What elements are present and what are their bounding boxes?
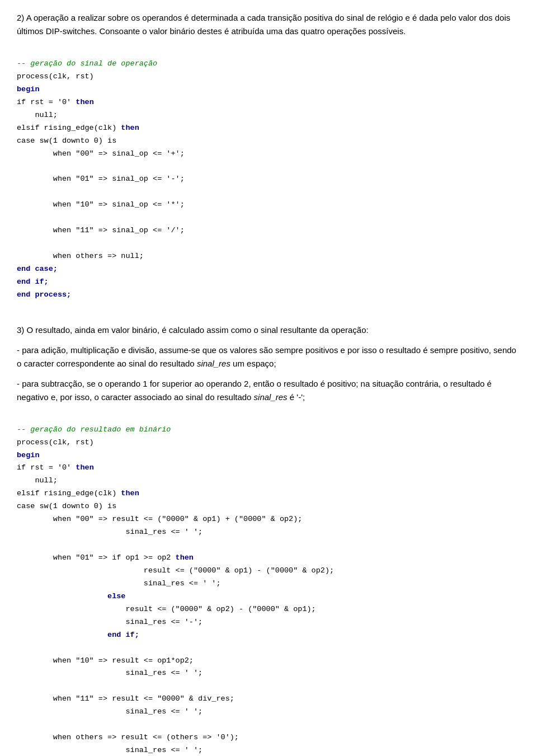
code-line-case2: case sw(1 downto 0) is — [17, 502, 116, 510]
code-line-process1: process(clk, rst) — [17, 72, 94, 81]
code-line-res-sinalothers: sinal_res <= ' '; — [17, 746, 202, 754]
code-line-when00: when "00" => sinal_op <= '+'; — [17, 149, 185, 158]
code-comment-1: -- geração do sinal de operação — [17, 59, 157, 68]
code-line-res-when01: when "01" => if op1 >= op2 then — [17, 553, 194, 562]
code-kw-endprocess1: end process; — [17, 290, 71, 299]
section3-italic2: sinal_res — [254, 392, 288, 402]
code-line-when11: when "11" => sinal_op <= '/'; — [17, 226, 185, 234]
code-line-when10: when "10" => sinal_op <= '*'; — [17, 200, 185, 209]
code-block-1: -- geração do sinal de operação process(… — [17, 45, 520, 314]
section3-text3: um espaço; — [233, 359, 276, 368]
code-line-res-sinal01b: sinal_res <= '-'; — [17, 618, 202, 626]
section3-line2: - para adição, multiplicação e divisão, … — [17, 344, 520, 370]
code-line-if1: if rst = '0' then — [17, 98, 94, 106]
page-content: 2) A operação a realizar sobre os operan… — [17, 11, 520, 756]
code-block-2: -- geração do resultado em binário proce… — [17, 411, 520, 756]
code-line-null2: null; — [17, 476, 58, 485]
code-line-res-sinal01a: sinal_res <= ' '; — [17, 579, 221, 588]
code-line-res-when11: when "11" => result <= "0000" & div_res; — [17, 694, 234, 703]
code-kw-begin1: begin — [17, 85, 40, 93]
code-line-res-when00: when "00" => result <= ("0000" & op1) + … — [17, 515, 302, 523]
code-line-res-sinal11: sinal_res <= ' '; — [17, 707, 202, 716]
code-line-res-sinal10: sinal_res <= ' '; — [17, 669, 202, 677]
code-line-if2: if rst = '0' then — [17, 463, 94, 472]
code-line-res-when10: when "10" => result <= op1*op2; — [17, 656, 194, 665]
section3-text5: é '-'; — [290, 392, 305, 402]
code-line-case1: case sw(1 downto 0) is — [17, 137, 116, 145]
section3-italic1: sinal_res — [197, 359, 230, 368]
section3-line3: - para subtracção, se o operando 1 for s… — [17, 377, 520, 404]
code-line-when01: when "01" => sinal_op <= '-'; — [17, 175, 185, 183]
code-line-whenothers: when others => null; — [17, 252, 144, 260]
code-kw-endcase1: end case; — [17, 265, 58, 273]
code-comment-2: -- geração do resultado em binário — [17, 425, 171, 434]
code-line-res-sinal00: sinal_res <= ' '; — [17, 528, 202, 536]
code-kw-else: else — [17, 592, 125, 600]
code-kw-endif1: end if; — [17, 278, 49, 286]
code-line-res-result01a: result <= ("0000" & op1) - ("0000" & op2… — [17, 566, 334, 575]
code-kw-endif2: end if; — [17, 631, 139, 639]
code-line-null1: null; — [17, 111, 58, 119]
intro-paragraph: 2) A operação a realizar sobre os operan… — [17, 11, 520, 38]
code-line-res-result01b: result <= ("0000" & op2) - ("0000" & op1… — [17, 605, 316, 613]
code-kw-begin2: begin — [17, 451, 40, 459]
section3-line1: 3) O resultado, ainda em valor binário, … — [17, 323, 520, 337]
code-line-elsif1: elsif rising_edge(clk) then — [17, 124, 139, 132]
code-line-process2: process(clk, rst) — [17, 438, 94, 447]
code-line-elsif2: elsif rising_edge(clk) then — [17, 489, 139, 497]
code-line-res-whenothers: when others => result <= (others => '0')… — [17, 733, 239, 741]
